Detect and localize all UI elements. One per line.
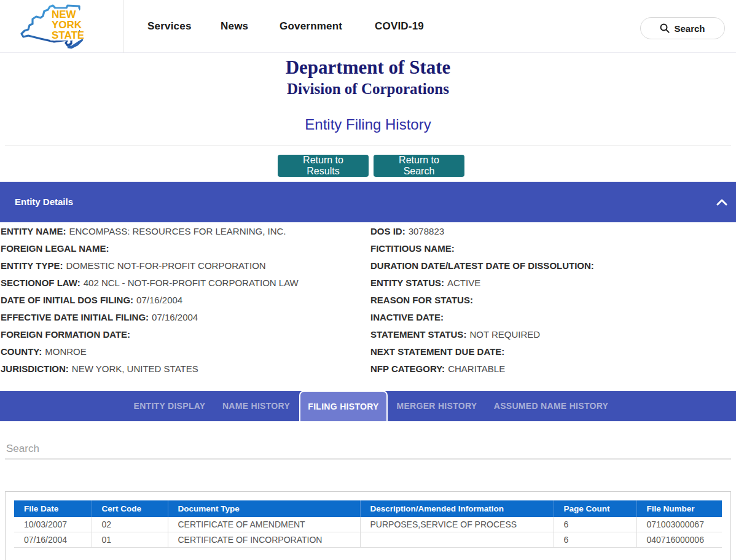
table-row[interactable]: 10/03/2007 02 CERTIFICATE OF AMENDMENT P… [14, 517, 722, 532]
col-header-description: Description/Amended Information [360, 500, 554, 517]
cell-file-number: 071003000067 [636, 517, 722, 532]
detail-label: COUNTY: [1, 346, 42, 357]
detail-value: NOT REQUIRED [469, 329, 540, 340]
detail-label: REASON FOR STATUS: [370, 295, 473, 305]
chevron-up-icon[interactable] [716, 199, 727, 206]
return-to-search-button[interactable]: Return to Search [374, 155, 464, 177]
detail-label: JURISDICTION: [1, 364, 69, 374]
entity-details-left-column: ENTITY NAME:ENCOMPASS: RESOURCES FOR LEA… [1, 223, 299, 378]
cell-file-date: 10/03/2007 [14, 517, 92, 532]
cell-page-count: 6 [554, 517, 636, 532]
detail-effective-date-initial-filing: EFFECTIVE DATE INITIAL FILING:07/16/2004 [1, 309, 299, 326]
detail-label: ENTITY STATUS: [370, 278, 444, 288]
detail-entity-name: ENTITY NAME:ENCOMPASS: RESOURCES FOR LEA… [1, 223, 299, 240]
detail-label: DURATION DATE/LATEST DATE OF DISSOLUTION… [370, 260, 594, 271]
detail-label: STATEMENT STATUS: [370, 329, 466, 340]
search-icon [660, 23, 670, 33]
cell-document-type: CERTIFICATE OF INCORPORATION [168, 532, 360, 548]
detail-duration-date: DURATION DATE/LATEST DATE OF DISSOLUTION… [370, 257, 597, 274]
detail-reason-for-status: REASON FOR STATUS: [370, 292, 597, 309]
division-title: Division of Corporations [0, 80, 736, 98]
detail-value: NEW YORK, UNITED STATES [72, 364, 198, 374]
nav-item-government[interactable]: Government [280, 0, 342, 53]
cell-cert-code: 01 [92, 532, 168, 548]
detail-fictitious-name: FICTITIOUS NAME: [370, 240, 597, 257]
detail-label: INACTIVE DATE: [370, 312, 444, 322]
cell-cert-code: 02 [92, 517, 168, 532]
tab-merger-history[interactable]: MERGER HISTORY [397, 391, 477, 421]
col-header-cert-code: Cert Code [92, 500, 168, 517]
cell-file-date: 07/16/2004 [14, 532, 92, 548]
detail-label: FOREIGN FORMATION DATE: [1, 329, 130, 340]
detail-jurisdiction: JURISDICTION:NEW YORK, UNITED STATES [1, 360, 299, 378]
detail-label: SECTIONOF LAW: [1, 278, 80, 288]
page: NEW YORK STATE Services News Government … [0, 0, 736, 560]
detail-nfp-category: NFP CATEGORY:CHARITABLE [370, 360, 597, 378]
col-header-document-type: Document Type [168, 500, 360, 517]
col-header-file-number: File Number [636, 500, 722, 517]
detail-value: 3078823 [409, 226, 444, 236]
detail-value: 402 NCL - NOT-FOR-PROFIT CORPORATION LAW [84, 278, 299, 288]
detail-dos-id: DOS ID:3078823 [370, 223, 597, 240]
nav-item-news[interactable]: News [221, 0, 248, 53]
entity-details-right-column: DOS ID:3078823 FICTITIOUS NAME: DURATION… [370, 223, 597, 378]
filing-history-table: File Date Cert Code Document Type Descri… [14, 500, 722, 548]
detail-label: FOREIGN LEGAL NAME: [1, 243, 109, 254]
filing-search-input[interactable] [5, 438, 731, 459]
detail-entity-type: ENTITY TYPE:DOMESTIC NOT-FOR-PROFIT CORP… [1, 257, 299, 274]
detail-value: 07/16/2004 [136, 295, 182, 305]
cell-description: PURPOSES,SERVICE OF PROCESS [360, 517, 554, 532]
detail-value: DOMESTIC NOT-FOR-PROFIT CORPORATION [66, 260, 265, 271]
cell-document-type: CERTIFICATE OF AMENDMENT [168, 517, 360, 532]
detail-value: ENCOMPASS: RESOURCES FOR LEARNING, INC. [69, 226, 286, 236]
detail-date-initial-dos-filing: DATE OF INITIAL DOS FILING:07/16/2004 [1, 292, 299, 309]
entity-details-bar[interactable]: Entity Details [0, 182, 736, 222]
site-search-label: Search [674, 23, 705, 34]
filing-table-container: File Date Cert Code Document Type Descri… [5, 491, 731, 560]
detail-section-of-law: SECTIONOF LAW:402 NCL - NOT-FOR-PROFIT C… [1, 274, 299, 292]
detail-value: MONROE [45, 346, 87, 357]
history-tab-bar: ENTITY DISPLAY NAME HISTORY FILING HISTO… [0, 391, 736, 421]
table-row[interactable]: 07/16/2004 01 CERTIFICATE OF INCORPORATI… [14, 532, 722, 548]
site-header: NEW YORK STATE Services News Government … [0, 0, 736, 53]
detail-label: DATE OF INITIAL DOS FILING: [1, 295, 133, 305]
detail-statement-status: STATEMENT STATUS:NOT REQUIRED [370, 326, 597, 343]
logo-text-state: STATE [52, 29, 84, 41]
detail-label: NFP CATEGORY: [370, 364, 445, 374]
ny-state-logo[interactable]: NEW YORK STATE [16, 4, 91, 50]
col-header-file-date: File Date [14, 500, 92, 517]
detail-label: ENTITY TYPE: [1, 260, 63, 271]
cell-page-count: 6 [554, 532, 636, 548]
nav-item-covid19[interactable]: COVID-19 [375, 0, 424, 53]
detail-label: FICTITIOUS NAME: [370, 243, 455, 254]
page-title: Entity Filing History [0, 116, 736, 133]
department-title: Department of State [0, 56, 736, 79]
tab-entity-display[interactable]: ENTITY DISPLAY [133, 391, 205, 421]
detail-label: ENTITY NAME: [1, 226, 66, 236]
nav-item-services[interactable]: Services [147, 0, 192, 53]
detail-label: NEXT STATEMENT DUE DATE: [370, 346, 504, 357]
detail-value: CHARITABLE [448, 364, 505, 374]
detail-label: EFFECTIVE DATE INITIAL FILING: [1, 312, 149, 322]
detail-foreign-formation-date: FOREIGN FORMATION DATE: [1, 326, 299, 343]
table-header-row: File Date Cert Code Document Type Descri… [14, 500, 722, 517]
return-to-results-button[interactable]: Return to Results [278, 155, 369, 177]
col-header-page-count: Page Count [554, 500, 636, 517]
detail-next-statement-due-date: NEXT STATEMENT DUE DATE: [370, 343, 597, 360]
header-divider [123, 0, 123, 53]
detail-inactive-date: INACTIVE DATE: [370, 309, 597, 326]
detail-foreign-legal-name: FOREIGN LEGAL NAME: [1, 240, 299, 257]
detail-value: 07/16/2004 [152, 312, 198, 322]
detail-label: DOS ID: [370, 226, 405, 236]
tab-filing-history[interactable]: FILING HISTORY [299, 391, 388, 421]
cell-file-number: 040716000006 [636, 532, 722, 548]
cell-description [360, 532, 554, 548]
tab-name-history[interactable]: NAME HISTORY [222, 391, 290, 421]
detail-county: COUNTY:MONROE [1, 343, 299, 360]
site-search-button[interactable]: Search [640, 17, 725, 39]
detail-value: ACTIVE [447, 278, 480, 288]
tab-assumed-name-history[interactable]: ASSUMED NAME HISTORY [494, 391, 608, 421]
title-divider [5, 146, 731, 146]
entity-details-title: Entity Details [15, 182, 73, 222]
detail-entity-status: ENTITY STATUS:ACTIVE [370, 274, 597, 292]
